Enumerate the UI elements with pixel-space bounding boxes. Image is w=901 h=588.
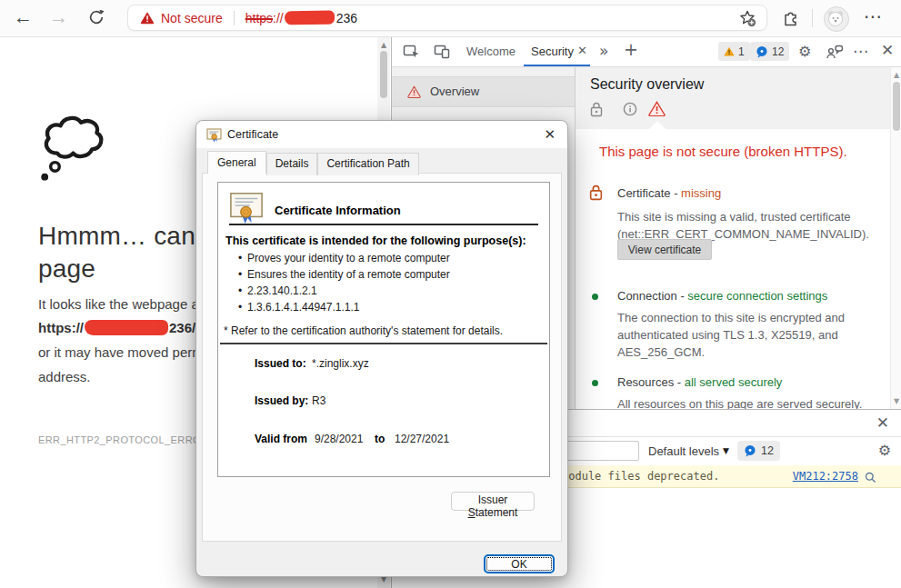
console-messages-badge[interactable]: 12 [737,441,780,461]
certificate-description: This site is missing a valid, trusted ce… [617,208,869,243]
security-overview-panel: Security overview This page is not secur… [576,67,901,409]
dialog-close-icon[interactable]: ✕ [544,126,556,143]
chevron-down-icon[interactable]: ▼ [723,446,729,455]
browser-window: ← → Not secure https:// 236 ⋯ [0,0,901,588]
certificate-section-label: Certificate - missing [617,186,721,200]
new-tab-icon[interactable]: + [624,39,638,59]
view-certificate-button[interactable]: View certificate [617,239,712,260]
error-code: ERR_HTTP2_PROTOCOL_ERROR [38,434,208,445]
console-levels-dropdown[interactable]: Default levels [648,444,719,458]
valid-to-value: 12/27/2021 [395,433,449,445]
certificate-icon [229,190,264,224]
console-close-icon[interactable]: ✕ [876,414,889,433]
console-settings-gear-icon[interactable]: ⚙ [878,442,891,459]
not-secure-label[interactable]: Not secure [161,11,223,25]
security-panel-title: Security overview [590,76,704,93]
security-panel-header: Security overview [576,67,901,129]
devtools-settings-gear-icon[interactable]: ⚙ [798,43,811,60]
chat-bubble-icon [744,444,756,457]
more-tabs-icon[interactable]: » [599,42,608,60]
forward-icon[interactable]: → [49,7,68,26]
tab-welcome[interactable]: Welcome [466,45,516,58]
dialog-title: Certificate [227,128,278,141]
address-bar[interactable]: Not secure https:// 236 [127,5,767,31]
security-panel-scrollbar[interactable]: ▲ ▼ [890,67,901,409]
issued-to-value: *.zinglix.xyz [312,357,369,370]
resources-section-label: Resources - all served securely [617,375,782,389]
scroll-up-icon[interactable]: ▲ [891,71,901,79]
warning-triangle-icon [724,46,735,56]
issuer-statement-button[interactable]: Issuer Statement [451,492,535,511]
sidebar-item-overview[interactable]: Overview [392,76,575,107]
tab-security[interactable]: Security ✕ [524,36,590,66]
browser-menu-icon[interactable]: ⋯ [864,5,882,27]
error-body-line4: address. [38,369,91,384]
purpose-item: 1.3.6.1.4.1.44947.1.1.1 [247,301,359,314]
refer-note: * Refer to the certification authority's… [224,324,503,337]
devtools-close-icon[interactable]: ✕ [881,41,894,60]
purpose-heading: This certificate is intended for the fol… [225,234,526,247]
scroll-up-icon[interactable]: ▲ [377,41,390,49]
warning-triangle-icon[interactable] [648,101,666,116]
refresh-icon[interactable] [87,8,105,26]
not-secure-warning-icon [140,11,155,25]
dialog-tabs: General Details Certification Path [207,151,419,174]
tab-details[interactable]: Details [266,153,318,175]
device-emulation-icon[interactable] [434,44,451,60]
profile-avatar[interactable] [824,6,849,32]
url-redaction-scribble [285,11,335,25]
connection-section-label: Connection - secure connection settings [617,289,827,303]
divider [220,343,547,344]
issued-by-label: Issued by: [255,394,308,407]
connection-description: The connection to this site is encrypted… [617,309,845,361]
certificate-information-heading: Certificate Information [275,204,401,217]
thought-cloud-icon [40,107,111,184]
address-bar-divider [234,11,235,25]
certificate-info-groupbox: Certificate Information This certificate… [217,182,550,477]
extensions-puzzle-icon[interactable] [782,9,800,27]
issued-to-label: Issued to: [255,357,306,370]
scrollbar-thumb[interactable] [893,82,900,131]
resources-ok-dot [592,380,598,386]
warnings-badge[interactable]: 1 [718,42,750,61]
certificate-lock-icon [589,184,603,201]
info-icon[interactable] [623,102,637,116]
ok-button[interactable]: OK [484,554,555,573]
scroll-down-icon[interactable]: ▼ [891,397,901,405]
tab-general[interactable]: General [207,151,266,174]
connection-ok-dot [592,294,598,300]
sidebar-item-label: Overview [430,85,479,98]
url-redaction-scribble [85,320,168,335]
url-tail: 236 [336,11,357,25]
error-body-line1: It looks like the webpage at [38,296,203,312]
back-icon[interactable]: ← [14,7,33,26]
error-title-line2: page [38,254,95,284]
inspect-element-icon[interactable] [403,44,420,60]
page-scrollbar-thumb[interactable] [380,51,387,98]
purpose-item: Ensures the identity of a remote compute… [247,268,450,281]
dialog-titlebar[interactable]: Certificate ✕ [196,121,567,148]
certificate-icon [206,127,222,143]
selected-tab-notch [649,121,666,129]
add-favorite-icon[interactable] [738,9,756,27]
general-tab-page: Certificate Information This certificate… [202,173,562,542]
issued-by-value: R3 [312,394,325,407]
warning-triangle-icon [407,85,421,98]
browser-toolbar: ← → Not secure https:// 236 ⋯ [0,0,901,37]
divider [229,224,538,225]
tab-certification-path[interactable]: Certification Path [317,153,418,175]
lock-icon[interactable] [590,102,603,117]
valid-from-value: 9/28/2021 [315,433,363,445]
devtools-tabbar: Welcome Security ✕ » + 1 12 ⚙ ⋯ ✕ [392,36,901,67]
purpose-item: Proves your identity to a remote compute… [247,252,450,264]
magnifier-icon[interactable] [865,472,876,483]
feedback-people-icon[interactable] [826,44,844,60]
devtools-more-menu-icon[interactable]: ⋯ [853,42,868,60]
console-warning-text: module files deprecated. [562,470,719,483]
console-source-link[interactable]: VM212:2758 [793,470,858,483]
console-messages-badge[interactable]: 12 [750,42,789,61]
toolbar-divider [812,9,813,27]
close-tab-icon[interactable]: ✕ [577,44,587,57]
certificate-dialog: Certificate ✕ General Details Certificat… [195,120,568,577]
purpose-item: 2.23.140.1.2.1 [247,284,317,297]
